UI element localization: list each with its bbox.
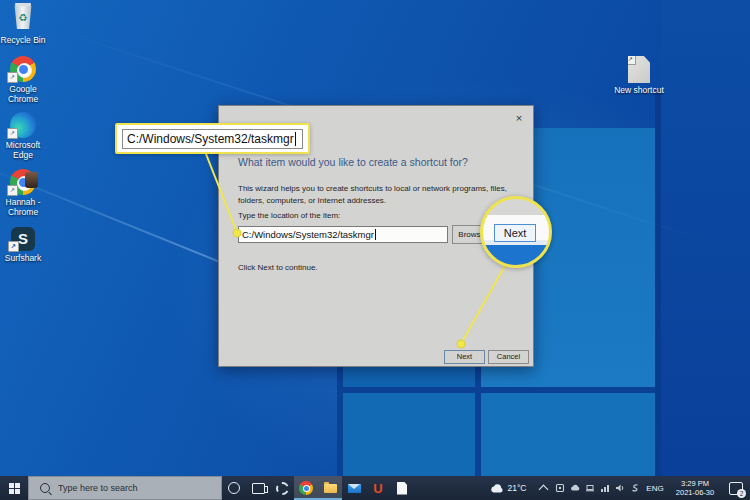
taskbar-document-button[interactable] bbox=[390, 476, 414, 500]
taskbar: U 21°C bbox=[0, 476, 750, 500]
dialog-hint: Click Next to continue. bbox=[238, 263, 318, 272]
search-icon bbox=[40, 483, 50, 493]
settings-button[interactable] bbox=[270, 476, 294, 500]
laptop-icon bbox=[585, 483, 595, 493]
text-caret bbox=[375, 229, 376, 240]
network-signal-icon bbox=[600, 483, 610, 493]
shortcut-arrow-icon: ↗ bbox=[7, 72, 18, 83]
document-icon bbox=[397, 482, 407, 495]
chrome-profile-icon: ↗ bbox=[10, 169, 36, 195]
speaker-icon bbox=[615, 483, 625, 493]
action-center-button[interactable]: 2 bbox=[722, 476, 750, 500]
callout-location-input-copy: C:/Windows/System32/taskmgr bbox=[122, 129, 303, 149]
action-center-icon: 2 bbox=[729, 482, 743, 495]
shortcut-arrow-icon: ↗ bbox=[625, 54, 636, 65]
chevron-up-icon bbox=[538, 485, 548, 495]
surfshark-icon: S ↗ bbox=[11, 227, 35, 251]
shortcut-arrow-icon: ↗ bbox=[8, 241, 19, 252]
desktop-icon-label: Hannah - Chrome bbox=[0, 197, 46, 217]
taskbar-clock[interactable]: 3:29 PM 2021-06-30 bbox=[668, 476, 722, 500]
weather-cloud-icon bbox=[490, 484, 504, 493]
cortana-icon bbox=[228, 482, 240, 494]
next-button[interactable]: Next bbox=[444, 350, 485, 364]
desktop-icon-label: Recycle Bin bbox=[0, 35, 46, 45]
mail-icon bbox=[348, 484, 361, 493]
clock-time: 3:29 PM bbox=[681, 479, 709, 488]
desktop-icon-recycle-bin[interactable]: ♻ Recycle Bin bbox=[0, 3, 46, 45]
desktop-icon-new-shortcut[interactable]: ↗ New shortcut bbox=[610, 56, 668, 95]
dialog-description: This wizard helps you to create shortcut… bbox=[238, 183, 522, 207]
surfshark-tray-icon bbox=[630, 483, 640, 493]
location-input-value: C:/Windows/System32/taskmgr bbox=[242, 229, 374, 240]
location-input[interactable]: C:/Windows/System32/taskmgr bbox=[238, 226, 448, 243]
tray-volume-button[interactable] bbox=[612, 476, 627, 500]
desktop-icon-label: New shortcut bbox=[610, 85, 668, 95]
taskbar-explorer-button[interactable] bbox=[318, 476, 342, 500]
file-explorer-icon bbox=[324, 484, 337, 493]
tray-app-icon bbox=[555, 483, 565, 493]
language-indicator[interactable]: ENG bbox=[642, 476, 668, 500]
gear-icon bbox=[276, 482, 289, 495]
chrome-icon bbox=[299, 481, 313, 495]
tray-device-button[interactable] bbox=[582, 476, 597, 500]
text-caret bbox=[295, 132, 296, 146]
tray-app-button[interactable] bbox=[552, 476, 567, 500]
shortcut-arrow-icon: ↗ bbox=[7, 185, 18, 196]
desktop-icon-hannah-chrome[interactable]: ↗ Hannah - Chrome bbox=[0, 169, 46, 217]
callout-location-text: C:/Windows/System32/taskmgr bbox=[127, 132, 294, 146]
u-app-icon: U bbox=[373, 481, 382, 496]
callout-location-zoom: C:/Windows/System32/taskmgr bbox=[115, 123, 310, 154]
desktop-icon-microsoft-edge[interactable]: ↗ Microsoft Edge bbox=[0, 112, 46, 160]
clock-date: 2021-06-30 bbox=[676, 488, 714, 497]
profile-avatar bbox=[25, 172, 38, 188]
taskbar-spacer bbox=[414, 476, 482, 500]
temperature-label: 21°C bbox=[508, 483, 527, 493]
tray-surfshark-button[interactable] bbox=[627, 476, 642, 500]
wallpaper-pane-gap bbox=[337, 387, 661, 393]
surfshark-glyph: S bbox=[18, 230, 28, 247]
wallpaper-pane-gap bbox=[655, 90, 661, 500]
search-input[interactable] bbox=[56, 482, 210, 494]
start-button[interactable] bbox=[0, 476, 28, 500]
chrome-icon: ↗ bbox=[10, 56, 36, 82]
dialog-heading: What item would you like to create a sho… bbox=[238, 156, 524, 168]
file-dot bbox=[624, 79, 628, 83]
windows-logo-icon bbox=[9, 483, 20, 494]
taskbar-search[interactable] bbox=[28, 476, 222, 500]
windows-desktop: ♻ Recycle Bin ↗ Google Chrome ↗ Microsof… bbox=[0, 0, 750, 500]
desktop-icon-label: Microsoft Edge bbox=[0, 140, 46, 160]
close-icon[interactable]: × bbox=[511, 110, 527, 126]
callout-next-button-copy: Next bbox=[494, 224, 536, 242]
wallpaper-right-band bbox=[661, 0, 750, 500]
tray-network-button[interactable] bbox=[597, 476, 612, 500]
taskbar-u-app-button[interactable]: U bbox=[366, 476, 390, 500]
taskbar-chrome-button[interactable] bbox=[294, 476, 318, 500]
desktop-icon-google-chrome[interactable]: ↗ Google Chrome bbox=[0, 56, 46, 104]
cancel-button[interactable]: Cancel bbox=[488, 350, 529, 364]
location-field-label: Type the location of the item: bbox=[238, 211, 340, 220]
desktop-icon-label: Surfshark bbox=[0, 253, 46, 263]
edge-icon: ↗ bbox=[10, 112, 36, 138]
shortcut-arrow-icon: ↗ bbox=[7, 128, 18, 139]
tray-expand-button[interactable] bbox=[534, 476, 552, 500]
cortana-button[interactable] bbox=[222, 476, 246, 500]
taskbar-weather[interactable]: 21°C bbox=[482, 476, 534, 500]
task-view-icon bbox=[252, 483, 265, 494]
notification-badge: 2 bbox=[737, 489, 746, 498]
desktop-icon-label: Google Chrome bbox=[0, 84, 46, 104]
tray-onedrive-button[interactable] bbox=[567, 476, 582, 500]
recycle-glyph: ♻ bbox=[19, 12, 28, 23]
new-shortcut-file-icon: ↗ bbox=[628, 56, 650, 83]
cloud-icon bbox=[570, 483, 580, 493]
recycle-bin-icon: ♻ bbox=[11, 3, 35, 33]
callout-next-zoom: Next bbox=[480, 196, 552, 268]
taskbar-mail-button[interactable] bbox=[342, 476, 366, 500]
task-view-button[interactable] bbox=[246, 476, 270, 500]
desktop-icon-surfshark[interactable]: S ↗ Surfshark bbox=[0, 227, 46, 263]
